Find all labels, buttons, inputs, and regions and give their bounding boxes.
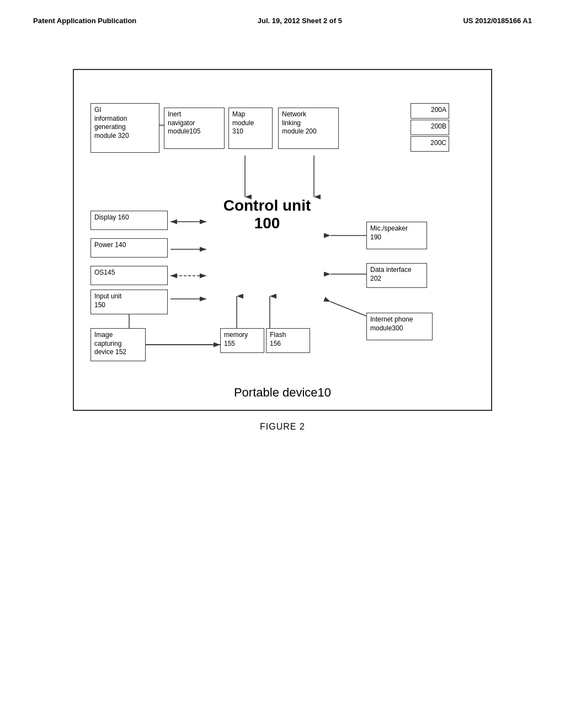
- net-200c-box: 200C: [411, 136, 449, 152]
- net-200b-box: 200B: [411, 120, 449, 135]
- control-unit-label: Control unit100: [206, 197, 328, 232]
- flash-box: Flash156: [266, 328, 310, 353]
- data-interface-box: Data interface202: [366, 263, 427, 288]
- display-box: Display 160: [90, 211, 168, 230]
- image-capturing-box: Imagecapturingdevice 152: [90, 328, 146, 361]
- os-box: OS145: [90, 266, 168, 285]
- patent-header-center: Jul. 19, 2012 Sheet 2 of 5: [258, 17, 342, 25]
- patent-diagram: GIinformationgeneratingmodule 320 Inertn…: [73, 69, 492, 411]
- inert-navigator-box: Inertnavigatormodule105: [164, 108, 225, 149]
- network-linking-box: Networklinkingmodule 200: [278, 108, 339, 149]
- memory-box: memory155: [220, 328, 264, 353]
- net-200a-box: 200A: [411, 103, 449, 119]
- map-module-box: Mapmodule310: [228, 108, 273, 149]
- portable-device-label: Portable device10: [74, 386, 491, 400]
- patent-header-right: US 2012/0185166 A1: [463, 17, 532, 25]
- input-unit-box: Input unit150: [90, 290, 168, 314]
- gi-module-box: GIinformationgeneratingmodule 320: [90, 103, 159, 153]
- internet-phone-box: Internet phonemodule300: [366, 313, 433, 340]
- mic-speaker-box: Mic./speaker190: [366, 222, 427, 249]
- figure-caption: FIGURE 2: [0, 422, 565, 432]
- patent-header-left: Patent Application Publication: [33, 17, 136, 25]
- power-box: Power 140: [90, 238, 168, 258]
